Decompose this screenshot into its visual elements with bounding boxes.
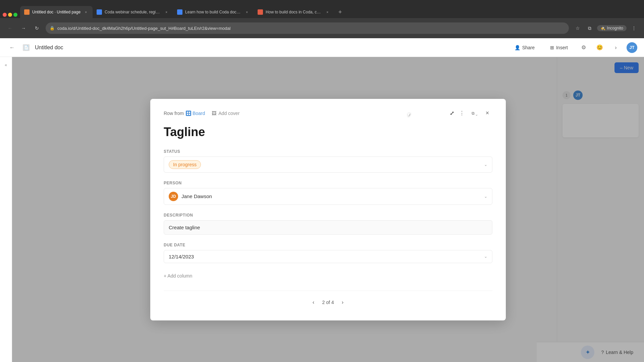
due-date-field-label: DUE DATE bbox=[164, 243, 492, 247]
window-close-btn[interactable] bbox=[3, 13, 7, 17]
insert-label: Insert bbox=[556, 45, 568, 50]
tab-favicon-1 bbox=[24, 9, 30, 15]
tab-learn-coda[interactable]: Learn how to build Coda docs... × bbox=[173, 6, 254, 18]
description-field-label: DESCRIPTION bbox=[164, 213, 492, 218]
nav-icons: ☆ ⧉ 🕵 Incognito ⋮ bbox=[573, 23, 639, 33]
status-field-value[interactable]: In progress ⌄ bbox=[164, 157, 492, 173]
due-date-field-section: DUE DATE 12/14/2023 ⌄ bbox=[164, 243, 492, 263]
person-field-value[interactable]: JD Jane Dawson ⌄ bbox=[164, 188, 492, 205]
tab-close-4[interactable]: × bbox=[325, 9, 330, 15]
split-view-button[interactable]: ⧉ bbox=[585, 23, 594, 33]
expand-icon-btn[interactable]: ⤢ bbox=[450, 110, 454, 116]
modal-title: Tagline bbox=[164, 125, 492, 139]
modal-header-left: Row from bbox=[164, 109, 242, 117]
share-button[interactable]: 👤 Share bbox=[509, 43, 540, 53]
app-content: ← 📄 Untitled doc 👤 Share ⊞ Insert ⚙ 😊 › … bbox=[0, 38, 644, 362]
due-date-text: 12/14/2023 bbox=[169, 254, 194, 259]
add-cover-button[interactable]: 🖼 Add cover bbox=[209, 109, 242, 117]
app-toolbar: ← 📄 Untitled doc 👤 Share ⊞ Insert ⚙ 😊 › … bbox=[0, 38, 644, 57]
person-name: Jane Dawson bbox=[181, 193, 212, 199]
modal-header: Row from bbox=[164, 108, 492, 118]
tab-bar: Untitled doc · Untitled page × Coda webi… bbox=[0, 0, 644, 18]
pagination-next-button[interactable]: › bbox=[338, 298, 347, 307]
person-field-section: PERSON JD Jane Dawson ⌄ bbox=[164, 181, 492, 205]
svg-rect-0 bbox=[187, 112, 188, 113]
incognito-label: Incognito bbox=[607, 26, 623, 31]
share-label: Share bbox=[522, 45, 535, 50]
add-column-button[interactable]: + Add column bbox=[164, 271, 492, 281]
insert-button[interactable]: ⊞ Insert bbox=[545, 43, 573, 53]
window-max-btn[interactable] bbox=[13, 13, 17, 17]
person-field-label: PERSON bbox=[164, 181, 492, 185]
sidebar-toggle-button[interactable]: « bbox=[2, 61, 10, 69]
modal-overlay[interactable]: Row from bbox=[12, 57, 644, 362]
user-avatar[interactable]: JT bbox=[627, 42, 637, 53]
tab-close-2[interactable]: × bbox=[164, 9, 169, 15]
sidebar-toggle-area: « bbox=[0, 57, 12, 362]
pagination-text: 2 of 4 bbox=[322, 300, 334, 305]
add-cover-label: Add cover bbox=[218, 111, 239, 116]
svg-rect-1 bbox=[189, 112, 190, 113]
tab-label-3: Learn how to build Coda docs... bbox=[185, 10, 241, 14]
status-field-label: STATUS bbox=[164, 149, 492, 154]
settings-button[interactable]: ⚙ bbox=[578, 42, 589, 53]
new-tab-button[interactable]: + bbox=[335, 7, 345, 17]
tab-favicon-4 bbox=[258, 9, 263, 15]
main-area: – New 1 JT bbox=[12, 57, 644, 362]
doc-title: Untitled doc bbox=[35, 45, 63, 51]
tab-label-1: Untitled doc · Untitled page bbox=[32, 10, 80, 14]
tab-how-to-build[interactable]: How to build docs in Coda, cre... × bbox=[254, 6, 334, 18]
due-date-field-value[interactable]: 12/14/2023 ⌄ bbox=[164, 250, 492, 263]
more-toolbar-button[interactable]: › bbox=[610, 42, 621, 53]
status-field-section: STATUS In progress ⌄ bbox=[164, 149, 492, 173]
emoji-button[interactable]: 😊 bbox=[594, 42, 605, 53]
tab-close-1[interactable]: × bbox=[83, 9, 89, 15]
window-min-btn[interactable] bbox=[8, 13, 12, 17]
row-detail-modal: Row from bbox=[150, 99, 506, 320]
person-avatar: JD bbox=[169, 192, 178, 201]
tab-close-3[interactable]: × bbox=[244, 9, 250, 15]
incognito-badge: 🕵 Incognito bbox=[597, 25, 627, 31]
back-button[interactable]: ← bbox=[5, 23, 15, 33]
more-options-button[interactable]: ⋮ bbox=[629, 23, 639, 33]
add-column-label: + Add column bbox=[164, 273, 192, 279]
description-field-value[interactable]: Create tagline bbox=[164, 220, 492, 235]
svg-rect-2 bbox=[187, 114, 188, 115]
navigation-bar: ← → ↻ 🔒 coda.io/d/Untitled-doc_dk4MaGh2h… bbox=[0, 18, 644, 38]
row-from-text: Row from bbox=[164, 111, 184, 116]
tab-coda-webinar[interactable]: Coda webinar schedule, regist... × bbox=[93, 6, 173, 18]
person-chevron-icon: ⌄ bbox=[484, 194, 487, 199]
description-field-section: DESCRIPTION Create tagline bbox=[164, 213, 492, 235]
insert-icon: ⊞ bbox=[550, 45, 554, 50]
modal-view-toggle[interactable]: ⧉ ⌄ bbox=[470, 108, 480, 118]
modal-pagination: ‹ 2 of 4 › bbox=[164, 291, 492, 307]
status-chevron-icon: ⌄ bbox=[484, 162, 487, 167]
address-text: coda.io/d/Untitled-doc_dk4MaGh2h6p/Untit… bbox=[57, 26, 565, 31]
person-initials: JD bbox=[171, 194, 176, 199]
tab-untitled-doc[interactable]: Untitled doc · Untitled page × bbox=[20, 6, 93, 18]
pagination-prev-button[interactable]: ‹ bbox=[309, 298, 318, 307]
incognito-icon: 🕵 bbox=[600, 26, 605, 31]
modal-close-button[interactable]: × bbox=[482, 108, 492, 118]
board-link[interactable]: Board bbox=[186, 111, 205, 116]
image-icon: 🖼 bbox=[212, 111, 216, 116]
forward-button[interactable]: → bbox=[19, 23, 28, 33]
doc-back-button[interactable]: ← bbox=[7, 42, 17, 53]
board-link-text: Board bbox=[193, 111, 205, 116]
tab-label-2: Coda webinar schedule, regist... bbox=[105, 10, 161, 14]
app-body: « – New 1 JT bbox=[0, 57, 644, 362]
browser-chrome: Untitled doc · Untitled page × Coda webi… bbox=[0, 0, 644, 38]
lock-icon: 🔒 bbox=[50, 26, 55, 31]
modal-header-actions: ⤢ ⋮ ⧉ ⌄ × bbox=[450, 108, 492, 118]
person-info: JD Jane Dawson bbox=[169, 192, 212, 201]
bookmark-star-button[interactable]: ☆ bbox=[573, 23, 582, 33]
board-icon bbox=[186, 111, 191, 116]
share-icon: 👤 bbox=[515, 45, 520, 50]
tab-label-4: How to build docs in Coda, cre... bbox=[266, 10, 322, 14]
status-badge: In progress bbox=[169, 160, 201, 169]
modal-more-button[interactable]: ⋮ bbox=[457, 108, 467, 118]
due-date-chevron-icon: ⌄ bbox=[484, 254, 487, 259]
address-bar[interactable]: 🔒 coda.io/d/Untitled-doc_dk4MaGh2h6p/Unt… bbox=[46, 22, 569, 34]
refresh-button[interactable]: ↻ bbox=[32, 23, 42, 33]
svg-rect-3 bbox=[189, 114, 190, 115]
